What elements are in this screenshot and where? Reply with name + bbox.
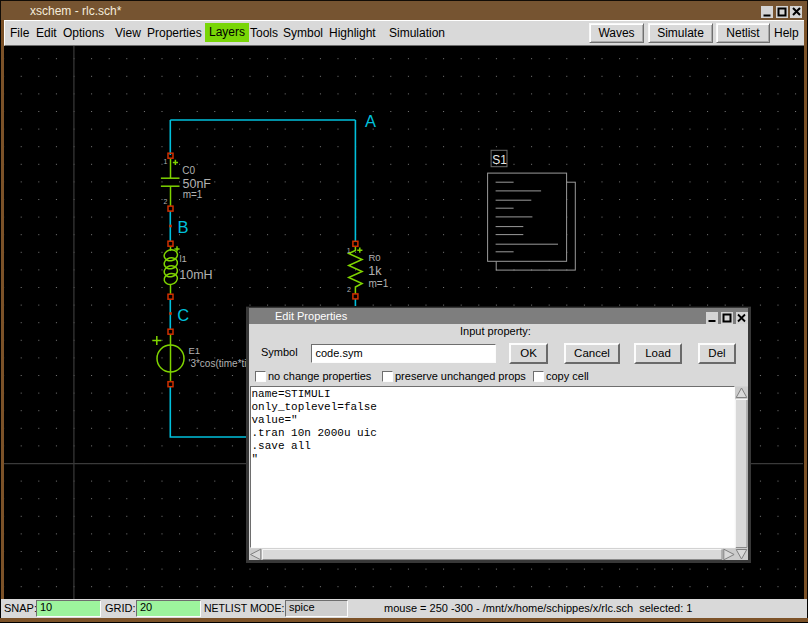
svg-text:l1: l1 [180, 253, 187, 264]
svg-text:'3*cos(time*tim: '3*cos(time*tim [189, 358, 255, 369]
svg-text:B: B [178, 218, 189, 236]
svg-text:S1: S1 [492, 153, 507, 167]
svg-text:C: C [177, 306, 189, 324]
svg-text:E1: E1 [189, 345, 201, 356]
svg-text:1: 1 [347, 247, 351, 254]
svg-text:m=1: m=1 [369, 278, 389, 289]
svg-text:1k: 1k [368, 264, 382, 278]
svg-text:2: 2 [347, 286, 351, 293]
svg-text:2: 2 [164, 198, 168, 205]
svg-text:A: A [365, 112, 376, 130]
svg-text:m=1: m=1 [183, 189, 203, 200]
svg-text:10mH: 10mH [179, 268, 212, 282]
svg-text:R0: R0 [369, 252, 381, 263]
svg-text:1: 1 [164, 158, 168, 165]
svg-text:C0: C0 [182, 165, 195, 176]
